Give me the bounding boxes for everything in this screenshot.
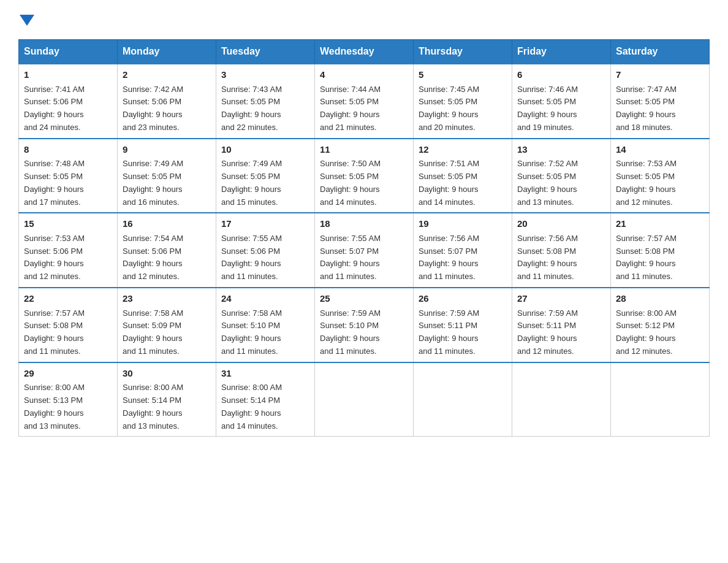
day-number: 3 — [221, 68, 309, 82]
calendar-day-cell: 1Sunrise: 7:41 AMSunset: 5:06 PMDaylight… — [19, 64, 118, 139]
day-number: 5 — [419, 68, 507, 82]
day-number: 29 — [24, 367, 112, 381]
day-number: 23 — [123, 292, 211, 306]
day-number: 9 — [123, 143, 211, 157]
calendar-day-cell — [315, 362, 414, 437]
weekday-header-tuesday: Tuesday — [216, 40, 315, 64]
calendar-day-cell: 31Sunrise: 8:00 AMSunset: 5:14 PMDayligh… — [216, 362, 315, 437]
day-info: Sunrise: 7:59 AMSunset: 5:11 PMDaylight:… — [517, 308, 578, 356]
day-number: 16 — [123, 217, 211, 231]
day-info: Sunrise: 8:00 AMSunset: 5:12 PMDaylight:… — [616, 308, 677, 356]
calendar-day-cell: 2Sunrise: 7:42 AMSunset: 5:06 PMDaylight… — [118, 64, 216, 139]
day-number: 8 — [24, 143, 112, 157]
day-info: Sunrise: 8:00 AMSunset: 5:13 PMDaylight:… — [24, 383, 85, 430]
calendar-day-cell: 5Sunrise: 7:45 AMSunset: 5:05 PMDaylight… — [414, 64, 512, 139]
day-number: 31 — [221, 367, 309, 381]
day-info: Sunrise: 7:52 AMSunset: 5:05 PMDaylight:… — [517, 159, 578, 206]
weekday-header-monday: Monday — [118, 40, 216, 64]
day-number: 1 — [24, 68, 112, 82]
calendar-day-cell: 15Sunrise: 7:53 AMSunset: 5:06 PMDayligh… — [19, 213, 118, 288]
day-info: Sunrise: 7:53 AMSunset: 5:06 PMDaylight:… — [24, 234, 85, 281]
weekday-header-wednesday: Wednesday — [315, 40, 414, 64]
calendar-day-cell: 17Sunrise: 7:55 AMSunset: 5:06 PMDayligh… — [216, 213, 315, 288]
calendar-day-cell: 24Sunrise: 7:58 AMSunset: 5:10 PMDayligh… — [216, 288, 315, 362]
calendar-day-cell: 6Sunrise: 7:46 AMSunset: 5:05 PMDaylight… — [512, 64, 611, 139]
day-number: 13 — [517, 143, 605, 157]
calendar-day-cell: 8Sunrise: 7:48 AMSunset: 5:05 PMDaylight… — [19, 139, 118, 213]
week-row-2: 8Sunrise: 7:48 AMSunset: 5:05 PMDaylight… — [19, 139, 710, 213]
day-number: 24 — [221, 292, 309, 306]
calendar-day-cell: 26Sunrise: 7:59 AMSunset: 5:11 PMDayligh… — [414, 288, 512, 362]
day-info: Sunrise: 7:41 AMSunset: 5:06 PMDaylight:… — [24, 85, 85, 132]
week-row-5: 29Sunrise: 8:00 AMSunset: 5:13 PMDayligh… — [19, 362, 710, 437]
day-number: 30 — [123, 367, 211, 381]
day-number: 27 — [517, 292, 605, 306]
day-number: 15 — [24, 217, 112, 231]
week-row-1: 1Sunrise: 7:41 AMSunset: 5:06 PMDaylight… — [19, 64, 710, 139]
calendar-day-cell: 16Sunrise: 7:54 AMSunset: 5:06 PMDayligh… — [118, 213, 216, 288]
calendar-day-cell: 10Sunrise: 7:49 AMSunset: 5:05 PMDayligh… — [216, 139, 315, 213]
day-number: 11 — [320, 143, 408, 157]
day-info: Sunrise: 7:58 AMSunset: 5:09 PMDaylight:… — [123, 308, 183, 356]
weekday-header-thursday: Thursday — [414, 40, 512, 64]
calendar-day-cell: 12Sunrise: 7:51 AMSunset: 5:05 PMDayligh… — [414, 139, 512, 213]
day-number: 19 — [419, 217, 507, 231]
day-number: 6 — [517, 68, 605, 82]
day-info: Sunrise: 7:58 AMSunset: 5:10 PMDaylight:… — [221, 308, 282, 356]
day-number: 28 — [616, 292, 704, 306]
day-number: 21 — [616, 217, 704, 231]
day-info: Sunrise: 7:42 AMSunset: 5:06 PMDaylight:… — [123, 85, 183, 132]
calendar-day-cell: 11Sunrise: 7:50 AMSunset: 5:05 PMDayligh… — [315, 139, 414, 213]
day-info: Sunrise: 8:00 AMSunset: 5:14 PMDaylight:… — [221, 383, 282, 430]
day-number: 10 — [221, 143, 309, 157]
calendar-day-cell: 21Sunrise: 7:57 AMSunset: 5:08 PMDayligh… — [611, 213, 710, 288]
logo — [18, 12, 34, 27]
day-number: 12 — [419, 143, 507, 157]
day-number: 2 — [123, 68, 211, 82]
day-info: Sunrise: 7:54 AMSunset: 5:06 PMDaylight:… — [123, 234, 183, 281]
calendar-day-cell: 3Sunrise: 7:43 AMSunset: 5:05 PMDaylight… — [216, 64, 315, 139]
day-info: Sunrise: 7:50 AMSunset: 5:05 PMDaylight:… — [320, 159, 381, 206]
calendar-day-cell — [512, 362, 611, 437]
calendar-day-cell: 30Sunrise: 8:00 AMSunset: 5:14 PMDayligh… — [118, 362, 216, 437]
calendar-day-cell: 14Sunrise: 7:53 AMSunset: 5:05 PMDayligh… — [611, 139, 710, 213]
weekday-header-friday: Friday — [512, 40, 611, 64]
day-info: Sunrise: 7:55 AMSunset: 5:06 PMDaylight:… — [221, 234, 282, 281]
day-number: 25 — [320, 292, 408, 306]
day-number: 17 — [221, 217, 309, 231]
day-info: Sunrise: 7:56 AMSunset: 5:08 PMDaylight:… — [517, 234, 578, 281]
day-info: Sunrise: 7:44 AMSunset: 5:05 PMDaylight:… — [320, 85, 381, 132]
day-info: Sunrise: 7:59 AMSunset: 5:11 PMDaylight:… — [419, 308, 479, 356]
day-info: Sunrise: 7:43 AMSunset: 5:05 PMDaylight:… — [221, 85, 282, 132]
calendar-day-cell — [414, 362, 512, 437]
calendar-day-cell: 27Sunrise: 7:59 AMSunset: 5:11 PMDayligh… — [512, 288, 611, 362]
weekday-header-sunday: Sunday — [19, 40, 118, 64]
day-info: Sunrise: 7:49 AMSunset: 5:05 PMDaylight:… — [221, 159, 282, 206]
calendar-day-cell: 19Sunrise: 7:56 AMSunset: 5:07 PMDayligh… — [414, 213, 512, 288]
day-number: 18 — [320, 217, 408, 231]
day-number: 4 — [320, 68, 408, 82]
day-info: Sunrise: 8:00 AMSunset: 5:14 PMDaylight:… — [123, 383, 183, 430]
calendar-day-cell — [611, 362, 710, 437]
day-info: Sunrise: 7:55 AMSunset: 5:07 PMDaylight:… — [320, 234, 381, 281]
logo-arrow-icon — [20, 15, 34, 26]
day-number: 20 — [517, 217, 605, 231]
week-row-3: 15Sunrise: 7:53 AMSunset: 5:06 PMDayligh… — [19, 213, 710, 288]
day-info: Sunrise: 7:51 AMSunset: 5:05 PMDaylight:… — [419, 159, 479, 206]
calendar-day-cell: 9Sunrise: 7:49 AMSunset: 5:05 PMDaylight… — [118, 139, 216, 213]
calendar-day-cell: 20Sunrise: 7:56 AMSunset: 5:08 PMDayligh… — [512, 213, 611, 288]
calendar-day-cell: 13Sunrise: 7:52 AMSunset: 5:05 PMDayligh… — [512, 139, 611, 213]
calendar-day-cell: 4Sunrise: 7:44 AMSunset: 5:05 PMDaylight… — [315, 64, 414, 139]
day-info: Sunrise: 7:56 AMSunset: 5:07 PMDaylight:… — [419, 234, 479, 281]
day-info: Sunrise: 7:57 AMSunset: 5:08 PMDaylight:… — [24, 308, 85, 356]
calendar-day-cell: 18Sunrise: 7:55 AMSunset: 5:07 PMDayligh… — [315, 213, 414, 288]
day-info: Sunrise: 7:48 AMSunset: 5:05 PMDaylight:… — [24, 159, 85, 206]
calendar-day-cell: 28Sunrise: 8:00 AMSunset: 5:12 PMDayligh… — [611, 288, 710, 362]
calendar-day-cell: 7Sunrise: 7:47 AMSunset: 5:05 PMDaylight… — [611, 64, 710, 139]
day-number: 22 — [24, 292, 112, 306]
weekday-header-row: SundayMondayTuesdayWednesdayThursdayFrid… — [19, 40, 710, 64]
calendar-day-cell: 25Sunrise: 7:59 AMSunset: 5:10 PMDayligh… — [315, 288, 414, 362]
page-header — [18, 12, 710, 27]
week-row-4: 22Sunrise: 7:57 AMSunset: 5:08 PMDayligh… — [19, 288, 710, 362]
day-info: Sunrise: 7:47 AMSunset: 5:05 PMDaylight:… — [616, 85, 677, 132]
